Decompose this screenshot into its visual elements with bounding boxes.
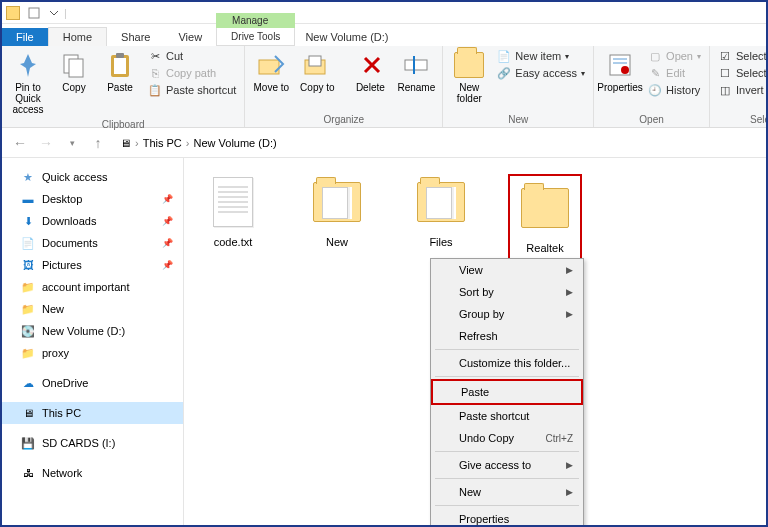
qat-props-icon[interactable] xyxy=(26,5,42,21)
select-label: Select xyxy=(714,112,768,127)
sidebar-quick-access[interactable]: ★Quick access xyxy=(2,166,183,188)
tab-file[interactable]: File xyxy=(2,28,48,46)
select-none-button[interactable]: ☐Select none xyxy=(714,65,768,81)
breadcrumb-volume[interactable]: New Volume (D:) xyxy=(193,137,276,149)
paste-shortcut-button[interactable]: 📋Paste shortcut xyxy=(144,82,240,98)
cm-customize[interactable]: Customize this folder... xyxy=(431,352,583,374)
chevron-right-icon: ▶ xyxy=(566,287,573,297)
pin-icon xyxy=(13,50,43,80)
main-area: ★Quick access ▬Desktop📌 ⬇Downloads📌 📄Doc… xyxy=(2,158,766,525)
documents-icon: 📄 xyxy=(20,235,36,251)
new-item-button[interactable]: 📄New item ▾ xyxy=(493,48,589,64)
title-bar: | xyxy=(2,2,766,24)
chevron-right-icon: ▶ xyxy=(566,487,573,497)
sidebar-this-pc[interactable]: 🖥This PC xyxy=(2,402,183,424)
cm-refresh[interactable]: Refresh xyxy=(431,325,583,347)
tab-drive-tools[interactable]: Drive Tools xyxy=(216,28,295,46)
organize-label: Organize xyxy=(249,112,438,127)
breadcrumb-this-pc[interactable]: This PC xyxy=(143,137,182,149)
cm-new[interactable]: New▶ xyxy=(431,481,583,503)
new-label: New xyxy=(447,112,589,127)
sidebar-new-volume[interactable]: 💽New Volume (D:) xyxy=(2,320,183,342)
sidebar-proxy[interactable]: 📁proxy xyxy=(2,342,183,364)
star-icon: ★ xyxy=(20,169,36,185)
svg-rect-8 xyxy=(309,56,321,66)
cm-paste-shortcut[interactable]: Paste shortcut xyxy=(431,405,583,427)
sidebar-pictures[interactable]: 🖼Pictures📌 xyxy=(2,254,183,276)
sidebar-desktop[interactable]: ▬Desktop📌 xyxy=(2,188,183,210)
svg-rect-9 xyxy=(405,60,427,70)
copy-path-button[interactable]: ⎘Copy path xyxy=(144,65,240,81)
path-icon: ⎘ xyxy=(148,66,162,80)
sd-icon: 💾 xyxy=(20,435,36,451)
history-button[interactable]: 🕘History xyxy=(644,82,705,98)
chevron-right-icon: ▶ xyxy=(566,309,573,319)
chevron-right-icon[interactable]: › xyxy=(186,137,190,149)
history-icon: 🕘 xyxy=(648,83,662,97)
cm-undo-copy[interactable]: Undo CopyCtrl+Z xyxy=(431,427,583,449)
separator xyxy=(435,478,579,479)
folder-icon: 📁 xyxy=(20,279,36,295)
cut-button[interactable]: ✂Cut xyxy=(144,48,240,64)
copy-to-button[interactable]: Copy to xyxy=(295,48,339,95)
folder-new[interactable]: New xyxy=(300,174,374,248)
invert-selection-button[interactable]: ◫Invert selection xyxy=(714,82,768,98)
sidebar-account-important[interactable]: 📁account important xyxy=(2,276,183,298)
pc-icon: 🖥 xyxy=(20,405,36,421)
copy-button[interactable]: Copy xyxy=(52,48,96,95)
easy-access-icon: 🔗 xyxy=(497,66,511,80)
qat-dropdown-icon[interactable] xyxy=(46,5,62,21)
cm-view[interactable]: View▶ xyxy=(431,259,583,281)
pin-icon: 📌 xyxy=(162,260,173,270)
pin-icon: 📌 xyxy=(162,238,173,248)
open-icon: ▢ xyxy=(648,49,662,63)
select-all-button[interactable]: ☑Select all xyxy=(714,48,768,64)
up-button[interactable]: ↑ xyxy=(88,133,108,153)
tab-bar: File Home Share View Manage Drive Tools … xyxy=(2,24,766,46)
open-button[interactable]: ▢Open ▾ xyxy=(644,48,705,64)
tab-home[interactable]: Home xyxy=(48,27,107,46)
svg-rect-10 xyxy=(413,56,415,74)
separator xyxy=(435,451,579,452)
tab-share[interactable]: Share xyxy=(107,28,164,46)
chevron-right-icon[interactable]: › xyxy=(135,137,139,149)
cm-give-access[interactable]: Give access to▶ xyxy=(431,454,583,476)
sidebar-downloads[interactable]: ⬇Downloads📌 xyxy=(2,210,183,232)
paste-button[interactable]: Paste xyxy=(98,48,142,95)
file-code-txt[interactable]: code.txt xyxy=(196,174,270,248)
rename-icon xyxy=(401,50,431,80)
open-label: Open xyxy=(598,112,705,127)
window-title: New Volume (D:) xyxy=(295,28,398,46)
shortcut-icon: 📋 xyxy=(148,83,162,97)
forward-button[interactable]: → xyxy=(36,133,56,153)
cm-properties[interactable]: Properties xyxy=(431,508,583,527)
edit-button[interactable]: ✎Edit xyxy=(644,65,705,81)
breadcrumb[interactable]: 🖥 › This PC › New Volume (D:) xyxy=(114,135,758,151)
easy-access-button[interactable]: 🔗Easy access ▾ xyxy=(493,65,589,81)
properties-button[interactable]: Properties xyxy=(598,48,642,95)
move-to-button[interactable]: Move to xyxy=(249,48,293,95)
cm-paste[interactable]: Paste xyxy=(431,379,583,405)
sidebar-network[interactable]: 🖧Network xyxy=(2,462,183,484)
separator xyxy=(435,505,579,506)
tab-view[interactable]: View xyxy=(164,28,216,46)
text-file-icon xyxy=(213,177,253,227)
sidebar-documents[interactable]: 📄Documents📌 xyxy=(2,232,183,254)
cm-sort-by[interactable]: Sort by▶ xyxy=(431,281,583,303)
folder-files[interactable]: Files xyxy=(404,174,478,248)
new-folder-button[interactable]: New folder xyxy=(447,48,491,106)
recent-dropdown[interactable]: ▾ xyxy=(62,133,82,153)
delete-button[interactable]: Delete xyxy=(348,48,392,95)
shortcut-text: Ctrl+Z xyxy=(546,433,574,444)
sidebar-sd-cards[interactable]: 💾SD CARDS (I:) xyxy=(2,432,183,454)
sidebar-onedrive[interactable]: ☁OneDrive xyxy=(2,372,183,394)
pin-quick-access-button[interactable]: Pin to Quick access xyxy=(6,48,50,117)
svg-point-12 xyxy=(621,66,629,74)
back-button[interactable]: ← xyxy=(10,133,30,153)
sidebar-new[interactable]: 📁New xyxy=(2,298,183,320)
separator xyxy=(435,349,579,350)
folder-realtek[interactable]: Realtek xyxy=(508,174,582,260)
rename-button[interactable]: Rename xyxy=(394,48,438,95)
cm-group-by[interactable]: Group by▶ xyxy=(431,303,583,325)
new-folder-icon xyxy=(454,50,484,80)
